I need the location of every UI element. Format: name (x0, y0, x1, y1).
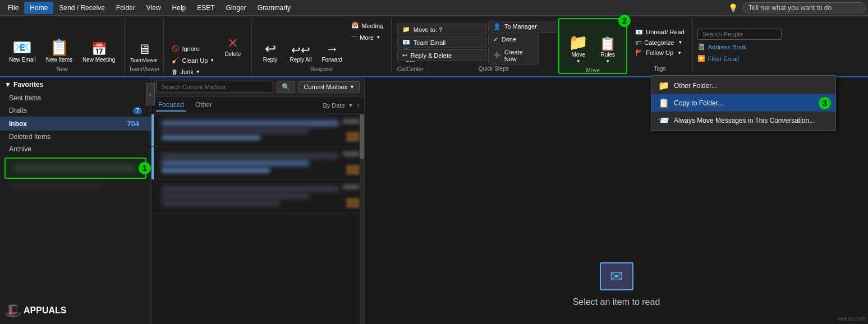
mail-items (151, 114, 364, 324)
unread-read-icon: 📧 (635, 29, 643, 36)
teamviewer-button[interactable]: 🖥 TeamViewer (127, 20, 161, 65)
always-move-icon: 📨 (658, 115, 669, 126)
menu-bar-right: 💡 Tell me what you want to do (728, 2, 866, 13)
qs-team-email-icon: 📧 (402, 39, 410, 46)
copy-to-folder-item[interactable]: 📋 Copy to Folder... 3 (651, 94, 835, 112)
sidebar-item-archive[interactable]: Archive (0, 143, 151, 155)
move-group-buttons: 📁 Move ▼ 📋 Rules ▼ (564, 21, 622, 66)
ribbon-group-quicksteps: 📁 Move to: ? 📧 Team Email ↩ Reply & Dele… (429, 18, 558, 74)
sidebar-extra-item[interactable] (0, 181, 151, 191)
cleanup-dropdown-icon: ▼ (210, 58, 214, 63)
unread-read-button[interactable]: 📧 Unread/ Read (632, 27, 688, 37)
ribbon-group-tags: 📧 Unread/ Read 🏷 Categorize ▼ 🚩 Follow U… (627, 18, 693, 74)
respond-group-label: Respond (310, 65, 333, 72)
mail-subject-2 (162, 160, 309, 166)
tab-other[interactable]: Other (193, 99, 214, 112)
delete-icon: ✕ (227, 36, 238, 50)
move-button[interactable]: 📁 Move ▼ (564, 21, 593, 66)
mail-sender-2 (162, 153, 339, 159)
menu-bar: File Home Send / Receive Folder View Hel… (0, 0, 868, 16)
reply-icon: ↩ (265, 42, 276, 55)
menu-folder[interactable]: Folder (111, 2, 141, 14)
junk-icon: 🗑 (172, 68, 178, 75)
qs-done[interactable]: ✓ Done (488, 34, 539, 45)
menu-help[interactable]: Help (167, 2, 192, 14)
filter-email-button[interactable]: 🔽 Filter Email (697, 54, 782, 63)
menu-ginger[interactable]: Ginger (221, 2, 252, 14)
search-go-button[interactable]: 🔍 (277, 81, 295, 93)
qs-team-email[interactable]: 📧 Team Email (397, 36, 487, 48)
meeting-button[interactable]: 📅 Meeting (348, 20, 387, 31)
other-folder-item[interactable]: 📁 Other Folder... (651, 77, 835, 94)
rules-icon: 📋 (599, 37, 616, 50)
ignore-button[interactable]: 🚫 Ignore (168, 43, 218, 54)
sort-dropdown-icon: ▼ (348, 103, 353, 108)
tell-me-box[interactable]: Tell me what you want to do (742, 2, 866, 13)
delete-button[interactable]: ✕ Delete (219, 20, 246, 59)
menu-file[interactable]: File (2, 2, 24, 14)
search-people-input[interactable] (697, 29, 782, 40)
teamviewer-icon: 🖥 (137, 43, 151, 56)
forward-button[interactable]: → Forward (317, 20, 347, 65)
tab-focused[interactable]: Focused (156, 99, 186, 112)
sidebar-item-drafts[interactable]: Drafts 7 (0, 104, 151, 117)
categorize-button[interactable]: 🏷 Categorize ▼ (632, 38, 688, 47)
appuals-logo: 🎩 APPUALS (4, 303, 66, 318)
ribbon-group-respond: ↩ Reply ↩↩ Reply All → Forward 📅 Meeting… (252, 18, 392, 74)
sidebar-item-sent[interactable]: Sent Items (0, 92, 151, 104)
sort-asc-icon[interactable]: ↑ (357, 102, 360, 109)
ribbon-group-find: 📓 Address Book 🔽 Filter Email (693, 18, 786, 74)
ribbon-group-new: 📧 New Email 📋 New Items 📅 New Meeting Ne… (0, 18, 125, 74)
scrollbar[interactable] (360, 114, 364, 324)
move-icon: 📁 (568, 35, 588, 50)
junk-button[interactable]: 🗑 Junk ▼ (168, 67, 218, 77)
mail-subject-3 (162, 193, 309, 199)
inbox-badge: 704 (124, 119, 142, 128)
cleanup-button[interactable]: 🧹 Clean Up ▼ (168, 55, 218, 66)
email-envelope-icon: ✉ (600, 262, 633, 290)
follow-up-button[interactable]: 🚩 Follow Up ▼ (632, 48, 688, 58)
sidebar-highlighted-item[interactable]: 1 (4, 158, 146, 179)
sidebar-item-inbox[interactable]: Inbox 704 (0, 117, 151, 131)
mail-search-input[interactable] (156, 81, 273, 93)
mail-thumb-2 (346, 165, 360, 175)
menu-view[interactable]: View (141, 2, 167, 14)
mail-item-3[interactable] (151, 180, 364, 213)
mail-item-1[interactable] (151, 114, 364, 147)
mail-item-2-content (162, 153, 359, 173)
scrollbar-thumb[interactable] (360, 114, 364, 159)
rules-button[interactable]: 📋 Rules ▼ (594, 21, 622, 66)
reply-button[interactable]: ↩ Reply (256, 20, 284, 65)
new-meeting-button[interactable]: 📅 New Meeting (78, 20, 120, 65)
categorize-dropdown-icon: ▼ (678, 40, 682, 45)
new-group-buttons: 📧 New Email 📋 New Items 📅 New Meeting (4, 20, 120, 65)
address-book-button[interactable]: 📓 Address Book (697, 42, 782, 52)
new-email-button[interactable]: 📧 New Email (4, 20, 40, 65)
menu-send-receive[interactable]: Send / Receive (53, 2, 110, 14)
qs-move-to[interactable]: 📁 Move to: ? (397, 24, 487, 35)
qs-create-new[interactable]: ➕ Create New (488, 47, 539, 64)
menu-eset[interactable]: ESET (191, 2, 220, 14)
menu-home[interactable]: Home (24, 2, 53, 14)
favorites-section[interactable]: ▼ Favorites (0, 77, 151, 92)
mail-thumb-1 (346, 132, 360, 142)
mailbox-dropdown-icon: ▼ (350, 84, 355, 90)
new-items-button[interactable]: 📋 New Items (42, 20, 77, 65)
always-move-item[interactable]: 📨 Always Move Messages in This Conversat… (651, 112, 835, 129)
sidebar-item-deleted[interactable]: Deleted Items (0, 131, 151, 143)
mail-tabs-right: By Date ▼ ↑ (323, 102, 360, 109)
more-button[interactable]: ⋯ More ▼ (348, 32, 387, 43)
reply-all-button[interactable]: ↩↩ Reply All (286, 20, 316, 65)
sidebar-collapse-button[interactable]: ‹ (146, 83, 155, 105)
qs-reply-delete[interactable]: ↩ Reply & Delete (397, 49, 487, 61)
menu-grammarly[interactable]: Grammarly (252, 2, 296, 14)
teamviewer-group-label: TeamViewer (128, 65, 159, 72)
rules-dropdown-arrow: ▼ (605, 59, 610, 64)
qs-reply-delete-icon: ↩ (402, 52, 407, 59)
reply-all-icon: ↩↩ (291, 44, 310, 55)
callcenter-group-label: CallCenter (397, 65, 424, 72)
mailbox-dropdown[interactable]: Current Mailbox ▼ (298, 81, 360, 92)
mail-sender-3 (162, 186, 339, 192)
mail-subject-1 (162, 128, 309, 133)
mail-item-2[interactable] (151, 147, 364, 180)
